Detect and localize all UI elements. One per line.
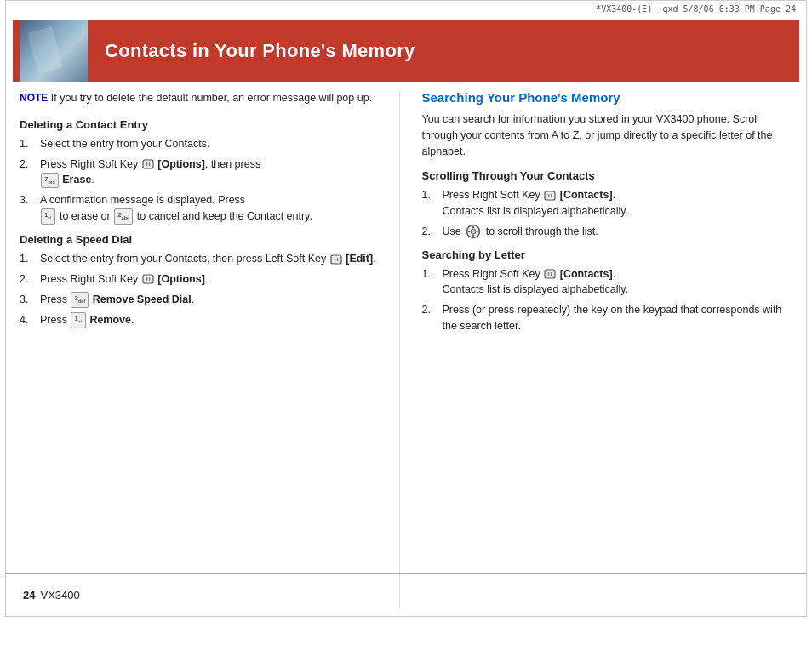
subsection1-heading: Scrolling Through Your Contacts (422, 169, 793, 182)
page-container: *VX3400-(E) .qxd 5/8/06 6:33 PM Page 24 … (5, 0, 807, 617)
list-item: 4. Press 1↵ Remove. (20, 312, 391, 328)
soft-key-icon (142, 274, 154, 284)
list-item: 2. Press (or press repeatedly) the key o… (422, 302, 793, 334)
right-column-title: Searching Your Phone's Memory (422, 90, 793, 105)
subsection2-heading: Searching by Letter (422, 248, 793, 261)
soft-key-icon (142, 159, 154, 169)
svg-point-5 (471, 229, 476, 234)
footer-page-number: 24 (23, 589, 35, 602)
list-item: 1. Select the entry from your Contacts, … (20, 251, 391, 267)
list-item: 2. Press Right Soft Key [Options]. (20, 271, 391, 288)
subsection1-list: 1. Press Right Soft Key [Contacts]. Cont… (422, 187, 793, 239)
svg-rect-3 (545, 191, 555, 200)
subsection2-list: 1. Press Right Soft Key [Contacts]. Cont… (422, 266, 793, 334)
header-bar: Contacts in Your Phone's Memory (13, 20, 799, 82)
soft-key-icon (544, 191, 556, 201)
list-item: 2. Use to scroll through the list. (422, 224, 793, 240)
note-box: NOTE If you try to delete the default nu… (20, 90, 391, 106)
section2-heading: Deleting a Speed Dial (20, 233, 391, 246)
section1-heading: Deleting a Contact Entry (20, 118, 391, 131)
list-item: 3. Press 3def Remove Speed Dial. (20, 292, 391, 308)
left-column: NOTE If you try to delete the default nu… (20, 90, 400, 607)
soft-key-icon (544, 269, 556, 279)
scroll-icon (466, 224, 481, 239)
svg-rect-2 (143, 275, 153, 283)
note-label: NOTE (20, 92, 48, 104)
right-column: Searching Your Phone's Memory You can se… (417, 90, 793, 607)
left-soft-key-icon (330, 254, 342, 265)
right-intro: You can search for information you store… (422, 111, 793, 159)
svg-rect-10 (545, 270, 555, 278)
footer: 24 VX3400 (6, 573, 806, 616)
list-item: 1. Press Right Soft Key [Contacts]. Cont… (422, 266, 793, 299)
list-item: 3. A confirmation message is displayed. … (20, 192, 391, 225)
note-text: If you try to delete the default number,… (51, 92, 372, 104)
svg-rect-1 (331, 255, 341, 264)
footer-model: VX3400 (40, 589, 79, 602)
list-item: 2. Press Right Soft Key [Options], then … (20, 157, 391, 189)
list-item: 1. Select the entry from your Contacts. (20, 136, 391, 152)
svg-rect-0 (143, 160, 153, 168)
section2-list: 1. Select the entry from your Contacts, … (20, 251, 391, 328)
header-image (20, 20, 88, 82)
content-area: NOTE If you try to delete the default nu… (6, 82, 806, 616)
section1-list: 1. Select the entry from your Contacts. … (20, 136, 391, 225)
list-item: 1. Press Right Soft Key [Contacts]. Cont… (422, 187, 793, 220)
page-stamp: *VX3400-(E) .qxd 5/8/06 6:33 PM Page 24 (6, 1, 806, 14)
header-title: Contacts in Your Phone's Memory (88, 40, 415, 62)
